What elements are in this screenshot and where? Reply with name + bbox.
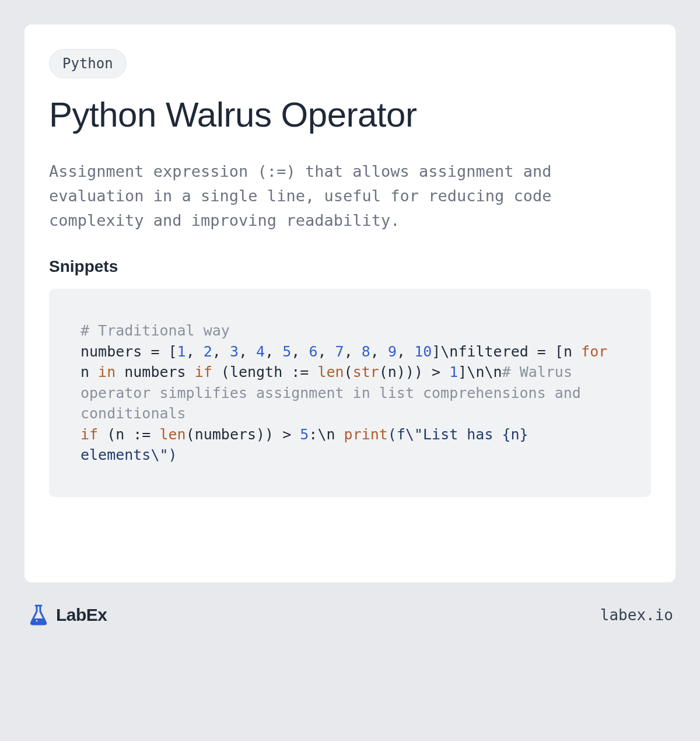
code-text: , — [344, 343, 362, 360]
snippets-heading: Snippets — [49, 257, 651, 276]
code-number: 5 — [282, 343, 291, 360]
code-keyword: in — [98, 363, 116, 380]
code-text: ( — [344, 363, 353, 380]
footer-url: labex.io — [600, 606, 673, 624]
code-text: ]\n\n — [458, 363, 502, 380]
code-line: numbers = [1, 2, 3, 4, 5, 6, 7, 8, 9, 10… — [80, 341, 620, 424]
code-line: if (n := len(numbers)) > 5:\n print(f\"L… — [80, 424, 620, 466]
code-number: 10 — [414, 343, 432, 360]
code-number: 1 — [177, 343, 186, 360]
brand: LabEx — [27, 603, 107, 627]
code-number: 3 — [230, 343, 239, 360]
code-text: , — [291, 343, 309, 360]
code-text: ]\nfiltered = [n — [432, 343, 581, 360]
code-text: (numbers)) > — [186, 426, 300, 443]
code-text: (length := — [212, 363, 318, 380]
brand-name: LabEx — [56, 605, 107, 625]
code-builtin: len — [159, 426, 186, 443]
code-text: , — [265, 343, 282, 360]
code-text: , — [186, 343, 204, 360]
code-builtin: str — [353, 363, 379, 380]
code-builtin: print — [344, 426, 388, 443]
code-keyword: if — [80, 426, 98, 443]
code-snippet: # Traditional way numbers = [1, 2, 3, 4,… — [49, 289, 651, 497]
code-number: 7 — [335, 343, 344, 360]
page-title: Python Walrus Operator — [49, 95, 651, 135]
code-text: , — [318, 343, 335, 360]
code-comment: # Traditional way — [80, 322, 230, 339]
code-number: 4 — [256, 343, 265, 360]
code-number: 6 — [309, 343, 317, 360]
code-text: , — [239, 343, 256, 360]
content-card: Python Python Walrus Operator Assignment… — [24, 25, 676, 582]
code-text: :\n — [309, 426, 344, 443]
code-keyword: if — [195, 363, 212, 380]
code-text: , — [370, 343, 388, 360]
code-line: # Traditional way — [80, 320, 620, 341]
code-number: 1 — [449, 363, 458, 380]
code-keyword: for — [581, 343, 607, 360]
code-number: 8 — [362, 343, 370, 360]
code-text: (n := — [98, 426, 159, 443]
code-text: numbers = [ — [80, 343, 177, 360]
svg-point-0 — [36, 620, 38, 622]
code-text: n — [80, 363, 98, 380]
footer: LabEx labex.io — [24, 603, 676, 627]
description-text: Assignment expression (:=) that allows a… — [49, 159, 651, 233]
code-text: numbers — [116, 363, 194, 380]
language-tag: Python — [49, 49, 127, 78]
code-number: 2 — [204, 343, 212, 360]
code-number: 9 — [388, 343, 397, 360]
flask-icon — [27, 603, 50, 627]
code-number: 5 — [300, 426, 309, 443]
code-text: , — [397, 343, 414, 360]
code-text: (n))) > — [379, 363, 449, 380]
code-text: , — [212, 343, 230, 360]
code-builtin: len — [317, 363, 344, 380]
